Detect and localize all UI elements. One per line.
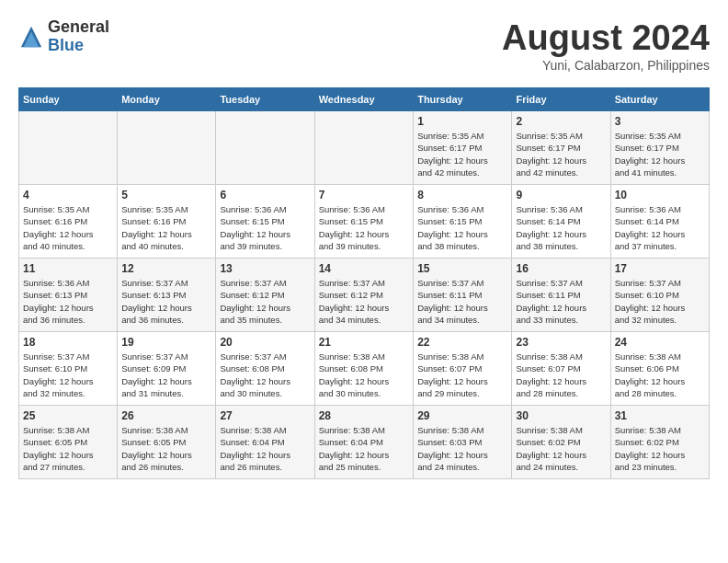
header-row: Sunday Monday Tuesday Wednesday Thursday… [19,88,710,111]
day-detail: Sunrise: 5:38 AM Sunset: 6:03 PM Dayligh… [417,424,507,473]
day-number: 16 [516,262,606,275]
day-detail: Sunrise: 5:36 AM Sunset: 6:14 PM Dayligh… [615,203,705,252]
day-detail: Sunrise: 5:38 AM Sunset: 6:07 PM Dayligh… [516,350,606,399]
calendar-week-row: 18Sunrise: 5:37 AM Sunset: 6:10 PM Dayli… [19,332,710,406]
calendar-cell: 3Sunrise: 5:35 AM Sunset: 6:17 PM Daylig… [610,111,709,185]
day-detail: Sunrise: 5:37 AM Sunset: 6:09 PM Dayligh… [121,350,211,399]
calendar-cell: 17Sunrise: 5:37 AM Sunset: 6:10 PM Dayli… [610,259,709,332]
calendar-week-row: 4Sunrise: 5:35 AM Sunset: 6:16 PM Daylig… [19,185,710,259]
day-number: 23 [516,336,606,349]
location-subtitle: Yuni, Calabarzon, Philippines [502,58,710,73]
calendar-cell: 25Sunrise: 5:38 AM Sunset: 6:05 PM Dayli… [19,406,118,479]
calendar-cell: 23Sunrise: 5:38 AM Sunset: 6:07 PM Dayli… [512,332,610,406]
day-number: 26 [121,409,211,422]
col-wednesday: Wednesday [314,88,413,111]
calendar-cell: 31Sunrise: 5:38 AM Sunset: 6:02 PM Dayli… [610,406,709,479]
col-friday: Friday [512,88,610,111]
day-number: 31 [615,409,705,422]
day-number: 21 [319,336,409,349]
day-detail: Sunrise: 5:38 AM Sunset: 6:05 PM Dayligh… [121,424,211,473]
calendar-week-row: 11Sunrise: 5:36 AM Sunset: 6:13 PM Dayli… [19,259,710,332]
col-monday: Monday [118,88,216,111]
day-number: 2 [516,115,606,128]
calendar-cell: 16Sunrise: 5:37 AM Sunset: 6:11 PM Dayli… [512,259,610,332]
col-sunday: Sunday [19,88,118,111]
day-number: 4 [23,189,113,201]
calendar-table: Sunday Monday Tuesday Wednesday Thursday… [18,87,710,479]
calendar-cell: 8Sunrise: 5:36 AM Sunset: 6:15 PM Daylig… [414,185,512,259]
day-detail: Sunrise: 5:36 AM Sunset: 6:15 PM Dayligh… [417,203,507,252]
day-number: 11 [23,262,113,275]
day-number: 30 [516,409,606,422]
day-detail: Sunrise: 5:38 AM Sunset: 6:02 PM Dayligh… [516,424,606,473]
day-number: 29 [417,409,507,422]
day-detail: Sunrise: 5:37 AM Sunset: 6:13 PM Dayligh… [121,277,211,326]
calendar-cell: 4Sunrise: 5:35 AM Sunset: 6:16 PM Daylig… [19,185,118,259]
day-number: 28 [319,409,409,422]
logo: General Blue [18,18,109,55]
day-number: 5 [121,189,211,201]
calendar-cell: 7Sunrise: 5:36 AM Sunset: 6:15 PM Daylig… [314,185,413,259]
day-number: 3 [615,115,705,128]
day-detail: Sunrise: 5:35 AM Sunset: 6:16 PM Dayligh… [121,203,211,252]
day-detail: Sunrise: 5:38 AM Sunset: 6:02 PM Dayligh… [615,424,705,473]
calendar-week-row: 1Sunrise: 5:35 AM Sunset: 6:17 PM Daylig… [19,111,710,185]
calendar-cell: 22Sunrise: 5:38 AM Sunset: 6:07 PM Dayli… [414,332,512,406]
day-number: 10 [615,189,705,201]
month-year-title: August 2024 [502,18,710,58]
day-detail: Sunrise: 5:36 AM Sunset: 6:13 PM Dayligh… [23,277,113,326]
calendar-cell: 11Sunrise: 5:36 AM Sunset: 6:13 PM Dayli… [19,259,118,332]
calendar-cell: 13Sunrise: 5:37 AM Sunset: 6:12 PM Dayli… [216,259,314,332]
day-number: 6 [220,189,310,201]
day-detail: Sunrise: 5:37 AM Sunset: 6:12 PM Dayligh… [220,277,310,326]
day-number: 22 [417,336,507,349]
calendar-cell: 20Sunrise: 5:37 AM Sunset: 6:08 PM Dayli… [216,332,314,406]
day-detail: Sunrise: 5:35 AM Sunset: 6:16 PM Dayligh… [23,203,113,252]
col-tuesday: Tuesday [216,88,314,111]
day-detail: Sunrise: 5:36 AM Sunset: 6:15 PM Dayligh… [319,203,409,252]
calendar-cell: 5Sunrise: 5:35 AM Sunset: 6:16 PM Daylig… [118,185,216,259]
calendar-cell: 2Sunrise: 5:35 AM Sunset: 6:17 PM Daylig… [512,111,610,185]
day-detail: Sunrise: 5:35 AM Sunset: 6:17 PM Dayligh… [615,130,705,178]
day-detail: Sunrise: 5:38 AM Sunset: 6:07 PM Dayligh… [417,350,507,399]
page-header: General Blue August 2024 Yuni, Calabarzo… [18,18,710,73]
day-detail: Sunrise: 5:35 AM Sunset: 6:17 PM Dayligh… [417,130,507,178]
day-number: 24 [615,336,705,349]
calendar-cell: 21Sunrise: 5:38 AM Sunset: 6:08 PM Dayli… [314,332,413,406]
day-detail: Sunrise: 5:37 AM Sunset: 6:08 PM Dayligh… [220,350,310,399]
calendar-cell: 15Sunrise: 5:37 AM Sunset: 6:11 PM Dayli… [414,259,512,332]
day-number: 13 [220,262,310,275]
logo-blue: Blue [48,37,109,55]
day-number: 12 [121,262,211,275]
day-detail: Sunrise: 5:36 AM Sunset: 6:14 PM Dayligh… [516,203,606,252]
day-number: 25 [23,409,113,422]
calendar-cell: 26Sunrise: 5:38 AM Sunset: 6:05 PM Dayli… [118,406,216,479]
logo-text: General Blue [48,18,109,55]
calendar-cell: 18Sunrise: 5:37 AM Sunset: 6:10 PM Dayli… [19,332,118,406]
calendar-cell: 24Sunrise: 5:38 AM Sunset: 6:06 PM Dayli… [610,332,709,406]
day-number: 14 [319,262,409,275]
day-detail: Sunrise: 5:38 AM Sunset: 6:05 PM Dayligh… [23,424,113,473]
calendar-cell: 12Sunrise: 5:37 AM Sunset: 6:13 PM Dayli… [118,259,216,332]
calendar-cell: 28Sunrise: 5:38 AM Sunset: 6:04 PM Dayli… [314,406,413,479]
day-detail: Sunrise: 5:35 AM Sunset: 6:17 PM Dayligh… [516,130,606,178]
calendar-cell: 14Sunrise: 5:37 AM Sunset: 6:12 PM Dayli… [314,259,413,332]
calendar-cell: 29Sunrise: 5:38 AM Sunset: 6:03 PM Dayli… [414,406,512,479]
calendar-cell: 10Sunrise: 5:36 AM Sunset: 6:14 PM Dayli… [610,185,709,259]
calendar-cell [19,111,118,185]
day-number: 19 [121,336,211,349]
day-number: 15 [417,262,507,275]
calendar-cell [314,111,413,185]
day-detail: Sunrise: 5:37 AM Sunset: 6:10 PM Dayligh… [615,277,705,326]
logo-icon [18,24,44,50]
day-detail: Sunrise: 5:38 AM Sunset: 6:04 PM Dayligh… [319,424,409,473]
calendar-cell [118,111,216,185]
day-number: 7 [319,189,409,201]
day-detail: Sunrise: 5:38 AM Sunset: 6:06 PM Dayligh… [615,350,705,399]
calendar-cell: 19Sunrise: 5:37 AM Sunset: 6:09 PM Dayli… [118,332,216,406]
day-detail: Sunrise: 5:37 AM Sunset: 6:12 PM Dayligh… [319,277,409,326]
calendar-cell: 9Sunrise: 5:36 AM Sunset: 6:14 PM Daylig… [512,185,610,259]
day-detail: Sunrise: 5:36 AM Sunset: 6:15 PM Dayligh… [220,203,310,252]
day-number: 20 [220,336,310,349]
col-saturday: Saturday [610,88,709,111]
